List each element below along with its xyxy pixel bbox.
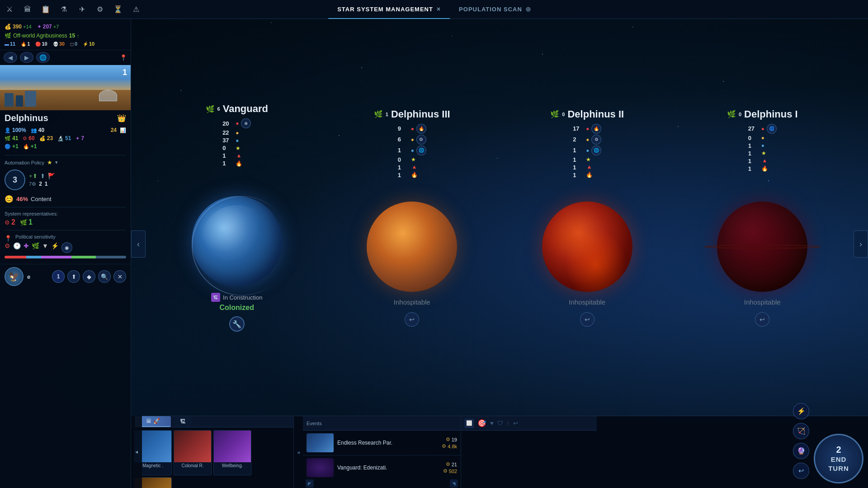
delphinus1-stats: 27 ● 🌀 0 ● 1 ● 1 ★ 1 🔺 1 🔥 — [748, 124, 777, 196]
nav-icon-timer[interactable]: ⏳ — [113, 5, 123, 14]
tab-star-system-close[interactable]: × — [437, 5, 441, 13]
events-expand-right[interactable]: ◥ — [450, 479, 458, 488]
pol-leaf-icon: 🌿 — [32, 242, 39, 253]
notif-v-val2: 502 — [449, 469, 457, 474]
vstat-5-icon: 🔺 — [236, 153, 242, 159]
water-icon: 🔵 — [5, 144, 11, 150]
pop-max-icon: 👥 — [31, 127, 37, 133]
stat-row-1: 👤 100% 👥 40 24 📊 — [5, 127, 126, 133]
research-item: ✦ 207 +7 — [37, 23, 59, 30]
d3-stat-3-icon: ● — [411, 147, 414, 154]
fleet-expand-btn[interactable]: ⬜ — [465, 419, 474, 428]
events-expand-left[interactable]: ◤ — [306, 479, 314, 488]
vanguard-planet-visual[interactable] — [192, 196, 282, 286]
income-blue-val: 11 — [10, 41, 15, 47]
d1-stat-4-num: 1 — [748, 150, 759, 157]
nav-icon-warning[interactable]: ⚠ — [131, 5, 141, 14]
top-tabs: STAR SYSTEM MANAGEMENT × POPULATION SCAN… — [328, 0, 540, 19]
colony-stats: 👤 100% 👥 40 24 📊 🌿 41 ⚙ 60 💰 — [0, 125, 131, 153]
d2-stat-3-badge: 🌐 — [591, 145, 601, 155]
sys-rep-gear-icon: ⚙ — [5, 219, 10, 226]
d2-stat-2-num: 2 — [573, 136, 584, 143]
bottom-scroll-left[interactable]: ◂ — [131, 416, 142, 488]
agent-rank-num: 1 — [57, 273, 60, 280]
fleet-target-icon: 🎯 — [477, 419, 486, 427]
vanguard-action-btn[interactable]: 🔧 — [229, 316, 245, 332]
d3-stat-1-num: 9 — [398, 125, 409, 132]
planet-nav-left[interactable]: ‹ — [131, 230, 146, 258]
delphinus1-return-btn[interactable]: ↩ — [755, 312, 769, 327]
d3-stat-4-num: 0 — [398, 156, 409, 163]
planet-delphinus2: 🌿 0 Delphinus II 17 ● 🔥 2 ● ⚙ 1 ● 🌐 1 — [515, 108, 660, 327]
d2-stat-2-badge: ⚙ — [591, 135, 601, 145]
nav-icon-list[interactable]: 📋 — [41, 5, 51, 14]
income-skull: 💀 30 — [53, 41, 65, 47]
stat-income: 24 📊 — [111, 127, 126, 133]
notifications-list: Endless Research Par. ⚙ 19 ⚙ 4.8k Vangua… — [303, 431, 461, 479]
colony-thumbnail[interactable]: 1 — [0, 65, 131, 110]
nav-globe-btn[interactable]: 🌐 — [36, 52, 50, 63]
agent-diamond-btn[interactable]: ◆ — [83, 270, 95, 283]
end-turn-button[interactable]: 2 ENDTURN — [814, 434, 863, 483]
agent-close-btn[interactable]: ✕ — [113, 270, 126, 283]
float-btn-magic[interactable]: 🔮 — [793, 443, 809, 459]
delphinus1-planet-visual[interactable] — [717, 202, 807, 292]
nav-right-btn[interactable]: ▶ — [20, 52, 33, 63]
queue-colonial-label: Colonial R. — [174, 462, 211, 469]
nav-left-btn[interactable]: ◀ — [4, 52, 17, 63]
construction-badge: 🏗 — [211, 293, 220, 302]
tab-population-scan[interactable]: POPULATION SCAN ◎ — [450, 0, 540, 19]
notif-vanguard-stats: ⚙ 21 ⚙ 502 — [443, 461, 457, 474]
queue-item-wellbeing[interactable]: Wellbeing. — [213, 430, 251, 475]
agent-search-btn[interactable]: 🔍 — [98, 270, 111, 283]
planet-vanguard: 🌿 6 Vanguard 20 ● ❄ 22 ● 37 ● 0 ★ — [165, 103, 309, 332]
float-btn-lightning[interactable]: ⚡ — [793, 403, 809, 419]
tab-star-system[interactable]: STAR SYSTEM MANAGEMENT × — [328, 0, 450, 19]
notif-vanguard[interactable]: Vanguard: Edenizati. ⚙ 21 ⚙ 502 — [303, 455, 461, 479]
notif-research[interactable]: Endless Research Par. ⚙ 19 ⚙ 4.8k — [303, 431, 461, 455]
food-val: 41 — [12, 135, 18, 141]
queue-colonial-img — [174, 431, 211, 462]
vanguard-stats: 20 ● ❄ 22 ● 37 ● 0 ★ 1 🔺 1 🔥 — [222, 118, 251, 191]
stat-science: 🔬 51 — [57, 135, 71, 141]
nav-icon-settings[interactable]: ⚙ — [95, 5, 105, 14]
d2-stat-1-num: 17 — [573, 125, 584, 132]
agent-rank-badge: 1 — [52, 270, 65, 283]
notif-v-icon2: ⚙ — [443, 468, 448, 474]
content-pct: 46% — [16, 196, 28, 202]
d1-stat-1-num: 27 — [748, 125, 759, 132]
automation-expand-icon[interactable]: ▾ — [55, 160, 58, 165]
d3-stat-1-badge: 🔥 — [416, 124, 426, 134]
vanguard-status-area: 🏗 In Construction Colonized 🔧 — [211, 293, 262, 332]
fleet-panel: ⬜ 🎯 ♥ 🛡 ↑ ↩ — [461, 416, 597, 488]
colony-crown-icon: 👑 — [117, 114, 126, 122]
left-panel: 💰 390 +14 ✦ 207 +7 🌿 Off-world Agribusin… — [0, 19, 131, 488]
nav-icon-research[interactable]: ⚗ — [59, 5, 69, 14]
float-btn-return[interactable]: ↩ — [793, 463, 809, 479]
delphinus2-leaf-val: 0 — [562, 112, 565, 117]
tab-population-scan-label: POPULATION SCAN — [459, 6, 522, 13]
delphinus2-planet-visual[interactable] — [542, 202, 632, 292]
vanguard-name-row: 🌿 6 Vanguard — [165, 103, 309, 115]
nav-icon-ship[interactable]: ✈ — [77, 5, 87, 14]
location-pin-icon: 📍 — [120, 52, 127, 63]
float-btn-arrow[interactable]: 🏹 — [793, 423, 809, 439]
queue-tab-2[interactable]: 🏗 — [174, 416, 192, 427]
nav-icon-sword[interactable]: ⚔ — [5, 5, 14, 14]
pol-toggle-btn[interactable]: ◉ — [61, 242, 72, 253]
agent-move-btn[interactable]: ⬆ — [67, 270, 80, 283]
stat-row-3: 🔵 +1 🔥 +1 — [5, 143, 126, 150]
section-scroll-left[interactable]: ◂ — [294, 416, 303, 488]
vanguard-leaf-val: 6 — [217, 106, 220, 112]
nav-icon-building[interactable]: 🏛 — [23, 5, 33, 14]
planet-nav-right[interactable]: › — [854, 230, 868, 258]
d2-stat-2-icon: ● — [586, 136, 589, 143]
queue-item-colonial[interactable]: Colonial R. — [174, 430, 212, 475]
sys-rep-section: System representatives: ⚙ 2 🌿 1 — [0, 209, 131, 228]
research-value: 207 — [43, 23, 52, 30]
bottom-panel: 🏛 🚀 🏗 Magnetic . Colonial R. Wellbeing. — [131, 416, 868, 488]
delphinus2-return-btn[interactable]: ↩ — [580, 312, 594, 327]
delphinus1-name-row: 🌿 0 Delphinus I — [690, 108, 835, 120]
delphinus3-return-btn[interactable]: ↩ — [405, 312, 419, 327]
delphinus3-planet-visual[interactable] — [367, 202, 457, 292]
